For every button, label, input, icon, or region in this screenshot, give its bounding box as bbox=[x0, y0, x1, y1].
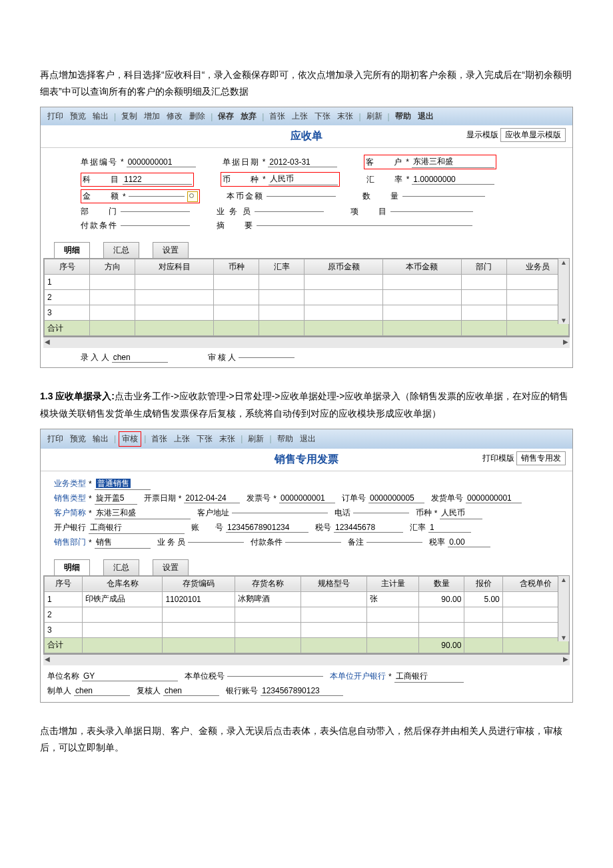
col-dir[interactable]: 方向 bbox=[90, 259, 135, 275]
val-cbank[interactable]: 工商银行 bbox=[394, 671, 464, 683]
btn-help[interactable]: 帮助 bbox=[392, 109, 414, 123]
val-subj[interactable]: 1122 bbox=[123, 175, 192, 185]
val-lamt[interactable] bbox=[267, 196, 336, 197]
val-emp[interactable] bbox=[255, 211, 324, 212]
col-lamt[interactable]: 本币金额 bbox=[383, 259, 462, 275]
val-idate[interactable]: 2012-04-24 bbox=[184, 493, 240, 503]
val-addr[interactable] bbox=[232, 513, 328, 513]
val-memo[interactable] bbox=[257, 225, 472, 226]
col-rate[interactable]: 汇率 bbox=[259, 259, 305, 275]
btn-next[interactable]: 下张 bbox=[312, 109, 333, 123]
scrollbar-vertical[interactable] bbox=[558, 576, 569, 641]
val-date[interactable]: 2012-03-31 bbox=[268, 157, 337, 167]
col-name[interactable]: 存货名称 bbox=[235, 576, 301, 591]
val-amt[interactable] bbox=[129, 196, 185, 197]
table-row[interactable]: 1印铁产成品11020101 冰鹅啤酒张 90.005.005. bbox=[45, 591, 569, 607]
tab-detail[interactable]: 明细 bbox=[54, 559, 90, 575]
table-row[interactable]: 3 bbox=[45, 622, 569, 637]
btn-prev[interactable]: 上张 bbox=[289, 109, 310, 123]
btn-preview[interactable]: 预览 bbox=[67, 432, 89, 446]
btn-refresh[interactable]: 刷新 bbox=[364, 109, 385, 123]
btn-copy[interactable]: 复制 bbox=[119, 109, 140, 123]
col-subj[interactable]: 对应科目 bbox=[135, 259, 214, 275]
tab-summary[interactable]: 汇总 bbox=[103, 559, 139, 575]
val-pay[interactable] bbox=[285, 542, 341, 543]
btn-abandon[interactable]: 放弃 bbox=[238, 109, 259, 123]
val-inv[interactable]: 0000000001 bbox=[279, 493, 335, 503]
val-rate[interactable]: 1.00000000 bbox=[412, 175, 494, 185]
val-proj[interactable] bbox=[390, 211, 473, 212]
btn-help[interactable]: 帮助 bbox=[275, 432, 296, 446]
col-no[interactable]: 序号 bbox=[45, 259, 90, 275]
col-price[interactable]: 报价 bbox=[464, 576, 502, 591]
lbl-reviewer: 复核人 bbox=[137, 685, 161, 697]
table-row[interactable]: 2 bbox=[45, 290, 569, 305]
col-no[interactable]: 序号 bbox=[45, 576, 83, 591]
btn-print[interactable]: 打印 bbox=[45, 432, 66, 446]
scrollbar-horizontal[interactable] bbox=[43, 654, 570, 665]
col-oamt[interactable]: 原币金额 bbox=[305, 259, 383, 275]
val-acct[interactable]: 12345678901234 bbox=[226, 523, 308, 533]
table-row[interactable]: 1 bbox=[45, 275, 569, 290]
val-qty[interactable] bbox=[402, 196, 485, 197]
search-icon[interactable] bbox=[187, 191, 198, 202]
val-btype[interactable]: 普通销售 bbox=[95, 478, 151, 490]
val-tel[interactable] bbox=[353, 513, 409, 513]
val-curr[interactable]: 人民币 bbox=[269, 173, 338, 185]
val-tax[interactable]: 123445678 bbox=[334, 523, 403, 533]
tab-summary[interactable]: 汇总 bbox=[103, 242, 139, 258]
table-row[interactable]: 3 bbox=[45, 305, 569, 321]
col-dept[interactable]: 部门 bbox=[461, 259, 506, 275]
btn-refresh[interactable]: 刷新 bbox=[245, 432, 267, 446]
val-dept[interactable] bbox=[121, 211, 190, 212]
scrollbar-vertical[interactable] bbox=[558, 259, 569, 324]
btn-print[interactable]: 打印 bbox=[45, 109, 66, 123]
btn-edit[interactable]: 修改 bbox=[164, 109, 185, 123]
val-cust[interactable]: 东港三和盛 bbox=[95, 507, 191, 519]
col-spec[interactable]: 规格型号 bbox=[301, 576, 367, 591]
val-docno[interactable]: 0000000001 bbox=[127, 157, 196, 167]
val-memo[interactable] bbox=[366, 542, 422, 543]
btn-last[interactable]: 末张 bbox=[217, 432, 238, 446]
lbl-corp: 单位名称 bbox=[47, 671, 79, 682]
btn-last[interactable]: 末张 bbox=[334, 109, 356, 123]
val-rate[interactable]: 1 bbox=[428, 523, 471, 533]
val-trate[interactable]: 0.00 bbox=[448, 537, 490, 547]
col-code[interactable]: 存货编码 bbox=[163, 576, 235, 591]
col-curr[interactable]: 币种 bbox=[214, 259, 259, 275]
btn-audit[interactable]: 审核 bbox=[119, 431, 141, 447]
tab-detail[interactable]: 明细 bbox=[54, 242, 90, 258]
btn-export[interactable]: 输出 bbox=[90, 432, 111, 446]
val-curr[interactable]: 人民币 bbox=[440, 507, 482, 519]
col-qty[interactable]: 数量 bbox=[419, 576, 464, 591]
val-cust[interactable]: 东港三和盛 bbox=[412, 156, 494, 168]
val-sdept[interactable]: 销售 bbox=[95, 537, 151, 549]
btn-first[interactable]: 首张 bbox=[149, 432, 170, 446]
btn-preview[interactable]: 预览 bbox=[67, 109, 89, 123]
lbl-ord: 订单号 bbox=[342, 493, 366, 504]
lbl-rate: 汇率 bbox=[410, 522, 426, 533]
scrollbar-horizontal[interactable] bbox=[43, 337, 570, 348]
template-select[interactable]: 应收单显示模版 bbox=[500, 128, 566, 142]
btn-add[interactable]: 增加 bbox=[141, 109, 163, 123]
col-wh[interactable]: 仓库名称 bbox=[83, 576, 163, 591]
val-stype[interactable]: 旋开盖5 bbox=[95, 493, 137, 505]
tab-setting[interactable]: 设置 bbox=[153, 559, 189, 575]
btn-exit[interactable]: 退出 bbox=[297, 432, 318, 446]
btn-next[interactable]: 下张 bbox=[194, 432, 215, 446]
val-bank[interactable]: 工商银行 bbox=[89, 522, 185, 534]
btn-exit[interactable]: 退出 bbox=[415, 109, 436, 123]
btn-delete[interactable]: 删除 bbox=[187, 109, 208, 123]
val-emp[interactable] bbox=[188, 542, 244, 543]
val-pay[interactable] bbox=[121, 225, 190, 226]
btn-save[interactable]: 保存 bbox=[215, 109, 237, 123]
btn-export[interactable]: 输出 bbox=[90, 109, 111, 123]
btn-first[interactable]: 首张 bbox=[267, 109, 288, 123]
template-select[interactable]: 销售专用发 bbox=[516, 451, 566, 465]
btn-prev[interactable]: 上张 bbox=[171, 432, 193, 446]
val-ship[interactable]: 0000000001 bbox=[466, 493, 522, 503]
table-row[interactable]: 2 bbox=[45, 607, 569, 622]
tab-setting[interactable]: 设置 bbox=[153, 242, 189, 258]
val-ord[interactable]: 0000000005 bbox=[368, 493, 424, 503]
col-uom[interactable]: 主计量 bbox=[367, 576, 419, 591]
